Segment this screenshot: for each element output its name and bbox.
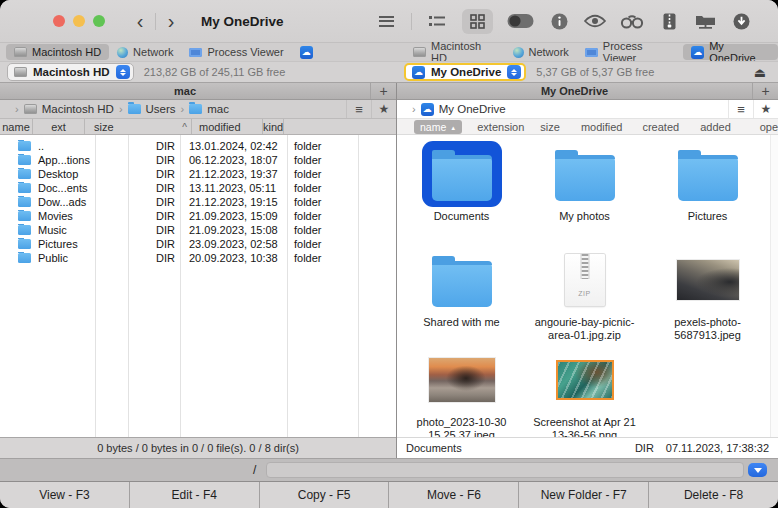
table-row[interactable]: Doc...ents DIR 13.11.2023, 05:11 folder	[0, 181, 396, 195]
eject-icon[interactable]: ⏏	[754, 66, 766, 79]
table-row[interactable]: Dow...ads DIR 21.12.2023, 19:15 folder	[0, 195, 396, 209]
grid-item[interactable]: Shared with me	[400, 247, 523, 347]
grid-item[interactable]: Screenshot at Apr 21 13-36-56.png	[523, 347, 646, 437]
path-menu-icon[interactable]: ≡	[728, 100, 753, 118]
close-button[interactable]	[53, 15, 65, 27]
breadcrumb-item[interactable]: › My OneDrive	[407, 103, 506, 116]
status-file-name: Documents	[397, 442, 635, 454]
column-header[interactable]: size	[540, 121, 560, 133]
right-drive-selector[interactable]: My OneDrive	[404, 63, 526, 81]
minimize-button[interactable]	[73, 15, 85, 27]
table-row[interactable]: Movies DIR 21.09.2023, 15:09 folder	[0, 209, 396, 223]
function-button[interactable]: Move - F6	[389, 482, 519, 508]
toggle-switch-icon[interactable]	[507, 9, 534, 33]
command-input[interactable]	[266, 462, 744, 478]
preview-eye-icon[interactable]	[584, 9, 606, 33]
function-button[interactable]: Edit - F4	[130, 482, 260, 508]
right-tab-label[interactable]: My OneDrive	[397, 85, 752, 97]
breadcrumb-label: Users	[146, 103, 176, 115]
favorite-item[interactable]: Macintosh HD	[405, 44, 505, 60]
download-icon[interactable]	[730, 9, 752, 33]
file-kind: folder	[287, 210, 358, 222]
command-history-chevron-icon[interactable]	[748, 463, 767, 477]
folder-icon	[18, 211, 31, 221]
column-header[interactable]: name	[0, 119, 33, 134]
column-header[interactable]: name	[414, 120, 462, 134]
back-button[interactable]: ‹	[127, 11, 153, 31]
favorite-item[interactable]: Network	[505, 44, 577, 60]
thumbnail-view-icon[interactable]	[462, 9, 493, 34]
brief-view-icon[interactable]	[426, 9, 448, 33]
file-modified: 21.09.2023, 15:08	[180, 224, 287, 236]
breadcrumb-item[interactable]: › mac	[176, 103, 229, 115]
drive-stepper-icon[interactable]	[116, 65, 130, 79]
favorite-item[interactable]	[292, 44, 326, 60]
table-row[interactable]: Pictures DIR 23.09.2023, 02:58 folder	[0, 237, 396, 251]
favorites-star-icon[interactable]: ★	[753, 100, 778, 118]
left-drive-selector[interactable]: Macintosh HD	[7, 63, 134, 81]
grid-item[interactable]: ZIP angourie-bay-picnic-area-01.jpg.zip	[523, 247, 646, 347]
favorite-item[interactable]: Macintosh HD	[6, 44, 109, 60]
row-name-cell: Doc...ents	[0, 182, 95, 194]
grid-item[interactable]: pexels-photo-5687913.jpeg	[646, 247, 769, 347]
favorite-item[interactable]: Network	[109, 44, 181, 60]
table-row[interactable]: Public DIR 20.09.2023, 10:38 folder	[0, 251, 396, 265]
column-header[interactable]: extension	[477, 121, 524, 133]
sidebar-toggle-icon[interactable]	[375, 9, 397, 33]
function-button[interactable]: Delete - F8	[649, 482, 778, 508]
column-header[interactable]: created	[642, 121, 679, 133]
favorite-item[interactable]: Process Viewer	[577, 44, 683, 60]
table-row[interactable]: Music DIR 21.09.2023, 15:08 folder	[0, 223, 396, 237]
path-menu-icon[interactable]: ≡	[346, 100, 371, 118]
vertical-scrollbar[interactable]	[770, 135, 778, 437]
column-header[interactable]: modified	[581, 121, 623, 133]
favorite-icon	[691, 46, 704, 59]
add-tab-button[interactable]: +	[752, 83, 778, 99]
column-header[interactable]: added	[700, 121, 731, 133]
info-icon[interactable]	[548, 9, 570, 33]
grid-item[interactable]: My photos	[523, 141, 646, 247]
function-button[interactable]: View - F3	[0, 482, 130, 508]
left-pane: mac + › Macintosh HD ›	[0, 83, 397, 458]
table-row[interactable]: App...tions DIR 06.12.2023, 18:07 folder	[0, 153, 396, 167]
status-file-kind: DIR	[635, 442, 654, 454]
grid-item[interactable]: photo_2023-10-30 15.25.37.jpeg	[400, 347, 523, 437]
column-header[interactable]: opened	[760, 121, 778, 133]
right-drive-half: My OneDrive 5,37 GB of 5,37 GB free ⏏	[397, 62, 778, 82]
column-header[interactable]: kind	[263, 119, 284, 134]
favorites-star-icon[interactable]: ★	[371, 100, 396, 118]
table-row[interactable]: .. DIR 13.01.2024, 02:42 folder	[0, 139, 396, 153]
nav-buttons: ‹ ›	[127, 11, 184, 31]
grid-item-icon-area: ZIP	[545, 247, 625, 313]
grid-item[interactable]: Documents	[400, 141, 523, 247]
forward-button[interactable]: ›	[158, 11, 184, 31]
archive-zip-icon[interactable]	[658, 9, 680, 33]
network-share-icon[interactable]	[694, 9, 716, 33]
drive-stepper-icon[interactable]	[507, 65, 521, 79]
file-modified: 23.09.2023, 02:58	[180, 238, 287, 250]
grid-item-label: Screenshot at Apr 21 13-36-56.png	[528, 416, 641, 437]
right-pane: My OneDrive + › My OneDrive ≡ ★	[397, 83, 778, 458]
table-row[interactable]: Desktop DIR 21.12.2023, 19:37 folder	[0, 167, 396, 181]
zoom-button[interactable]	[93, 15, 105, 27]
add-tab-button[interactable]: +	[370, 83, 396, 99]
favorite-item[interactable]: Process Viewer	[181, 44, 291, 60]
breadcrumb-item[interactable]: › Users	[114, 103, 176, 115]
column-header[interactable]: ext	[33, 119, 85, 134]
function-button[interactable]: Copy - F5	[260, 482, 390, 508]
column-header[interactable]: size	[85, 119, 192, 134]
file-kind: folder	[287, 168, 358, 180]
file-size: DIR	[128, 182, 180, 194]
breadcrumb-item[interactable]: › Macintosh HD	[10, 103, 114, 115]
left-rows: .. DIR 13.01.2024, 02:42 folder App...ti…	[0, 135, 396, 265]
grid-item[interactable]: Pictures	[646, 141, 769, 247]
grid-item-label: angourie-bay-picnic-area-01.jpg.zip	[528, 316, 641, 342]
row-name-cell: Dow...ads	[0, 196, 95, 208]
favorite-item[interactable]: My OneDrive	[683, 44, 778, 60]
column-header[interactable]: modified	[192, 119, 263, 134]
left-tab-label[interactable]: mac	[0, 85, 370, 97]
search-binoculars-icon[interactable]	[620, 9, 644, 33]
function-button[interactable]: New Folder - F7	[519, 482, 649, 508]
file-size: DIR	[128, 140, 180, 152]
file-kind: folder	[287, 224, 358, 236]
